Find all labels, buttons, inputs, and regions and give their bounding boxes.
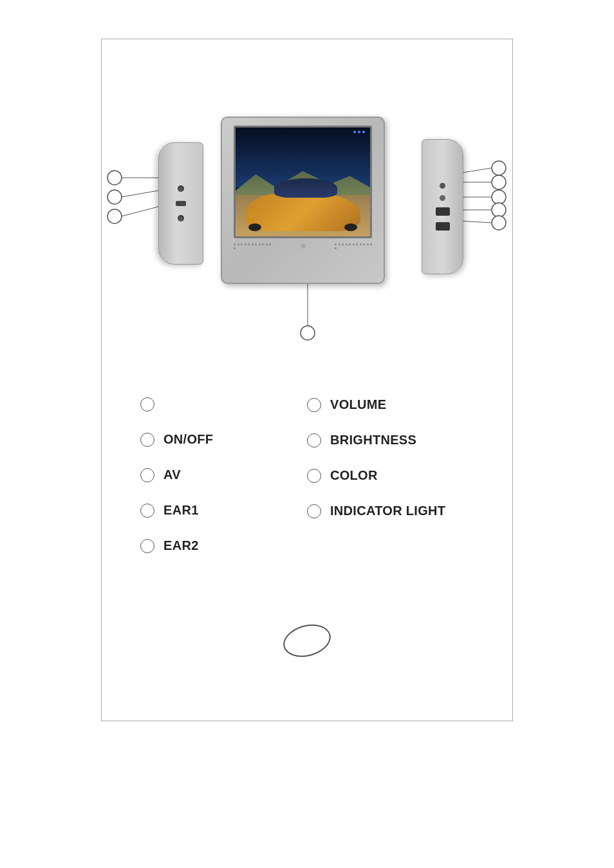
svg-point-13 — [492, 190, 506, 204]
monitor — [221, 117, 385, 284]
legend-item-onoff: ON/OFF — [140, 422, 307, 457]
legend-item-brightness: BRIGHTNESS — [307, 422, 474, 458]
circle-volume — [307, 398, 321, 412]
right-port1 — [440, 183, 445, 189]
legend-item-ear1: EAR1 — [140, 493, 307, 528]
svg-point-5 — [107, 209, 122, 223]
diagram-box: ON/OFF AV EAR1 EAR2 — [101, 39, 513, 721]
left-panel-port2 — [178, 215, 184, 222]
circle-onoff — [140, 433, 154, 447]
circle-brightness — [307, 433, 321, 448]
svg-point-11 — [492, 161, 506, 175]
circle-indicator-light — [307, 504, 321, 518]
svg-point-12 — [492, 175, 506, 189]
legend-left-column: ON/OFF AV EAR1 EAR2 — [140, 387, 307, 563]
legend-right-column: VOLUME BRIGHTNESS COLOR — [307, 387, 474, 563]
label-brightness: BRIGHTNESS — [330, 433, 416, 448]
legend-item-ear2: EAR2 — [140, 528, 307, 563]
label-ear1: EAR1 — [163, 503, 199, 518]
right-speaker — [335, 243, 372, 249]
svg-line-10 — [459, 221, 491, 223]
circle-color — [307, 469, 321, 483]
legend-item-color: COLOR — [307, 458, 474, 493]
left-panel-slot — [176, 201, 186, 206]
bottom-oval — [280, 619, 335, 662]
label-onoff: ON/OFF — [163, 432, 213, 447]
car-body — [245, 193, 360, 231]
legend-grid: ON/OFF AV EAR1 EAR2 — [140, 387, 474, 563]
right-usb2 — [436, 222, 450, 231]
label-color: COLOR — [330, 468, 378, 483]
circle-av — [140, 468, 154, 482]
svg-point-15 — [492, 216, 506, 230]
label-av: AV — [163, 467, 181, 482]
center-indicator — [301, 243, 306, 249]
svg-line-6 — [459, 168, 491, 173]
svg-point-3 — [107, 171, 122, 185]
svg-point-17 — [301, 326, 315, 340]
page: ON/OFF AV EAR1 EAR2 — [0, 0, 614, 868]
legend-area: ON/OFF AV EAR1 EAR2 — [140, 387, 474, 563]
legend-item-empty — [140, 387, 307, 422]
label-volume: VOLUME — [330, 397, 386, 412]
circle-ear1 — [140, 504, 154, 518]
device-illustration — [102, 78, 514, 355]
svg-point-14 — [492, 203, 506, 217]
circle-empty — [140, 397, 154, 411]
circle-ear2 — [140, 539, 154, 553]
right-panel — [422, 139, 463, 274]
monitor-screen — [234, 126, 372, 238]
svg-line-1 — [121, 191, 158, 197]
right-usb1 — [436, 207, 450, 216]
left-panel — [158, 142, 203, 265]
legend-item-indicator: INDICATOR LIGHT — [307, 493, 474, 529]
legend-item-av: AV — [140, 457, 307, 493]
legend-item-volume: VOLUME — [307, 387, 474, 422]
label-indicator-light: INDICATOR LIGHT — [330, 504, 445, 518]
left-panel-port1 — [178, 185, 184, 192]
svg-line-2 — [121, 207, 158, 216]
svg-point-4 — [107, 190, 122, 204]
right-port2 — [440, 195, 445, 201]
monitor-bottom-bar — [230, 238, 376, 249]
label-ear2: EAR2 — [163, 538, 199, 553]
left-speaker — [234, 243, 271, 249]
